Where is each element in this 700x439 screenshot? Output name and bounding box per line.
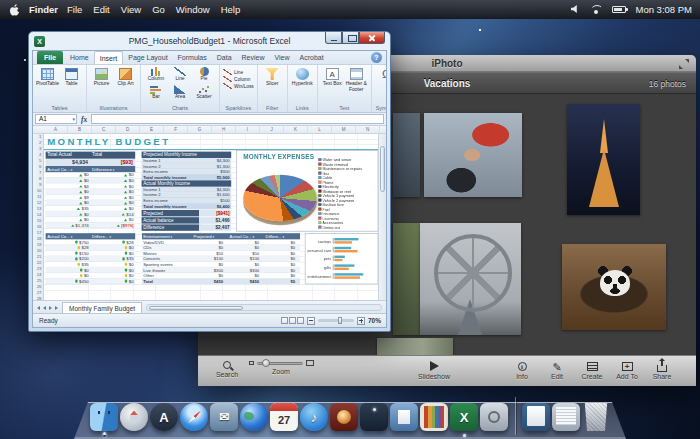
battery-icon[interactable] (612, 6, 626, 13)
excel-titlebar[interactable]: PMG_HouseholdBudget1 - Microsoft Excel (29, 32, 390, 50)
dock-browser-globe[interactable] (240, 403, 268, 431)
dock-iphoto[interactable] (360, 403, 388, 431)
sheet-tab[interactable]: Monthly Family Budget (62, 302, 142, 313)
column-header[interactable]: A (44, 126, 68, 133)
menu-item[interactable]: View (119, 4, 143, 15)
edit-button[interactable]: Edit (543, 360, 571, 380)
dock-app-blue[interactable] (390, 403, 418, 431)
dock-excel[interactable]: X (450, 403, 478, 431)
entertainment-row[interactable]: Total $450 $450 $0 (142, 279, 300, 285)
expenses-chart[interactable]: MONTHLY EXPENSES Water and sewer Waste r… (236, 150, 378, 232)
horizontal-scrollbar[interactable] (146, 304, 382, 311)
volume-icon[interactable] (571, 5, 580, 13)
photo-eiffel-tower-night[interactable] (567, 104, 640, 215)
text-box-button[interactable]: Text Box (321, 67, 344, 87)
dock-app-gray[interactable] (480, 403, 508, 431)
hyperlink-button[interactable]: Hyperlink (291, 67, 314, 87)
column-header[interactable]: K (284, 126, 308, 133)
dock-separator[interactable] (510, 397, 520, 431)
expenses-row[interactable]: $450 $0 (46, 279, 136, 285)
column-header[interactable]: C (92, 126, 116, 133)
minimize-button[interactable] (325, 32, 342, 44)
app-menu-finder[interactable]: Finder (29, 4, 58, 15)
menu-clock[interactable]: Mon 3:08 PM (636, 4, 693, 15)
dock-finder[interactable] (90, 403, 118, 431)
ribbon-tab[interactable]: Acrobat (295, 51, 329, 64)
zoom-control[interactable]: Zoom (244, 360, 318, 375)
photo-panda-log[interactable] (562, 244, 666, 330)
sparkline-button[interactable]: Line (223, 69, 254, 75)
chart-type-button[interactable]: Scatter (192, 85, 216, 103)
dock-calendar[interactable]: 27 (270, 403, 298, 431)
zoom-slider-thumb[interactable] (338, 317, 342, 324)
column-header[interactable]: G (188, 126, 212, 133)
help-icon[interactable] (371, 52, 382, 63)
zoom-slider-thumb[interactable] (262, 359, 270, 367)
photo-left-sliver-mid[interactable] (393, 223, 420, 335)
category-bar-chart[interactable]: savings personal care (305, 233, 378, 284)
scrollbar-thumb[interactable] (380, 146, 385, 192)
menu-item[interactable]: Help (219, 4, 243, 15)
column-header[interactable]: L (308, 126, 332, 133)
photo-left-sliver-top[interactable] (393, 113, 420, 197)
formula-input[interactable] (91, 114, 384, 124)
dock-photo-booth[interactable] (330, 403, 358, 431)
dock-trash[interactable] (582, 403, 610, 431)
ribbon-tab[interactable]: Home (65, 51, 94, 64)
zoom-slider[interactable] (257, 362, 303, 365)
balance-row[interactable]: Difference$2,407 (142, 224, 232, 230)
column-header[interactable]: I (236, 126, 260, 133)
summary-row[interactable]: $1,374 [$976] (46, 223, 136, 229)
dock-books[interactable] (420, 403, 448, 431)
close-button[interactable] (359, 32, 385, 44)
zoom-out-button[interactable] (307, 317, 315, 325)
dock-mail[interactable]: ✉ (210, 403, 238, 431)
dock-launchpad[interactable] (120, 403, 148, 431)
menu-item[interactable]: Edit (91, 4, 111, 15)
row-header[interactable]: 28 (33, 296, 43, 300)
menu-item[interactable]: Window (174, 4, 212, 15)
dock-documents-stack[interactable] (522, 403, 550, 431)
balance-row[interactable]: Actual balance$1,466 (142, 217, 232, 223)
dock-safari[interactable] (180, 403, 208, 431)
income-row[interactable]: Total monthly income$6,400 (142, 204, 232, 210)
zoom-in-button[interactable] (357, 317, 365, 325)
ribbon-tab[interactable]: Page Layout (123, 51, 172, 64)
ribbon-tab[interactable]: Insert (94, 51, 124, 64)
scrollbar-thumb[interactable] (149, 306, 243, 310)
column-header[interactable]: F (164, 126, 188, 133)
fx-button[interactable]: fx (79, 115, 89, 124)
photo-woman-red-umbrella[interactable] (424, 113, 522, 197)
balance-row[interactable]: Projected[$941] (142, 210, 232, 216)
apple-menu[interactable] (9, 3, 20, 16)
menu-item[interactable]: Go (150, 4, 167, 15)
table-button[interactable]: Table (60, 67, 83, 87)
pivottable-button[interactable]: PivotTable (36, 67, 59, 87)
dock-app-store[interactable]: A (150, 403, 178, 431)
chart-type-button[interactable]: Bar (144, 85, 168, 103)
column-header[interactable]: M (332, 126, 356, 133)
info-button[interactable]: Info (508, 360, 536, 380)
ribbon-tab[interactable]: View (270, 51, 295, 64)
add-to-button[interactable]: Add To (613, 360, 641, 380)
picture-button[interactable]: Picture (90, 67, 113, 87)
view-buttons[interactable] (281, 317, 304, 324)
ribbon-tab[interactable]: Review (237, 51, 270, 64)
search-button[interactable]: Search (210, 360, 244, 378)
dock-downloads-stack[interactable] (552, 403, 580, 431)
chart-type-button[interactable]: Area (168, 85, 192, 103)
slideshow-button[interactable]: Slideshow (404, 360, 464, 380)
column-header[interactable]: N (356, 126, 380, 133)
column-header[interactable]: B (68, 126, 92, 133)
photo-bottom-partial[interactable] (377, 338, 453, 355)
photo-ferris-wheel[interactable] (420, 223, 521, 335)
slicer-button[interactable]: Slicer (261, 67, 284, 87)
sparkline-button[interactable]: Win/Loss (223, 83, 254, 89)
chart-type-button[interactable]: Pie (192, 67, 216, 85)
chart-type-button[interactable]: Line (168, 67, 192, 85)
zoom-slider[interactable] (318, 319, 354, 322)
clip-art-button[interactable]: Clip Art (114, 67, 137, 87)
vertical-scrollbar[interactable] (378, 134, 386, 300)
column-header[interactable]: D (116, 126, 140, 133)
ribbon-tab[interactable]: Data (212, 51, 237, 64)
